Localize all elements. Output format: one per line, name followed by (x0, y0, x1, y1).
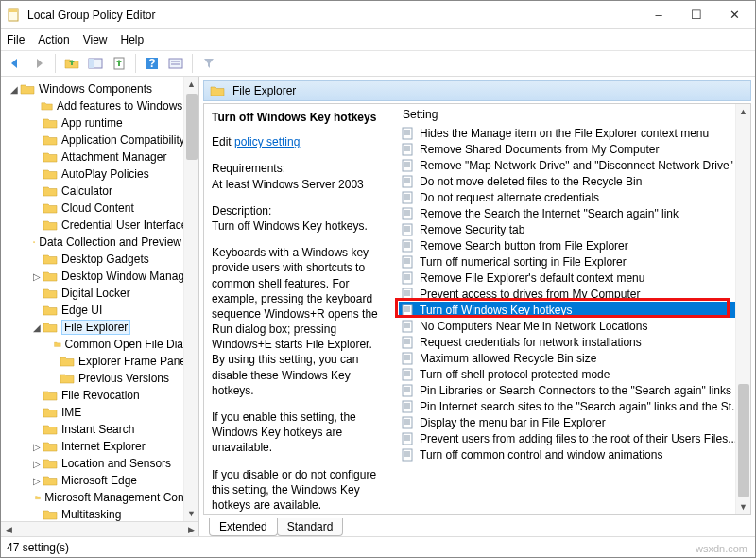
column-header-setting[interactable]: Setting (395, 104, 750, 123)
menu-bar: File Action View Help (1, 29, 755, 50)
tree-item[interactable]: Instant Search (5, 421, 198, 438)
folder-icon (210, 84, 225, 97)
expand-icon[interactable]: ◢ (31, 323, 43, 333)
scroll-thumb[interactable] (738, 384, 749, 497)
expand-icon[interactable]: ▷ (31, 442, 43, 452)
tab-standard[interactable]: Standard (277, 518, 344, 536)
forward-button[interactable] (28, 53, 49, 74)
tree-horizontal-scrollbar[interactable]: ◀ ▶ (1, 521, 198, 536)
setting-row[interactable]: Pin Libraries or Search Connectors to th… (399, 382, 747, 398)
setting-row[interactable]: Remove Security tab (399, 221, 747, 237)
tree-item[interactable]: ▷Microsoft Edge (5, 472, 198, 489)
tree-item-label: Application Compatibility (61, 133, 185, 147)
tree-item[interactable]: File Revocation (5, 387, 198, 404)
folder-up-button[interactable] (61, 53, 82, 74)
setting-row[interactable]: Remove Shared Documents from My Computer (399, 141, 747, 157)
tree-item[interactable]: Explorer Frame Pane (5, 353, 198, 370)
expand-icon[interactable]: ◢ (9, 84, 20, 95)
menu-view[interactable]: View (83, 33, 108, 46)
setting-row[interactable]: Request credentials for network installa… (399, 334, 747, 350)
nav-tree[interactable]: ◢Windows ComponentsAdd features to Windo… (1, 80, 198, 521)
back-button[interactable] (5, 53, 26, 74)
tree-item[interactable]: Edge UI (5, 302, 198, 319)
tree-item[interactable]: AutoPlay Policies (5, 166, 198, 183)
setting-row[interactable]: Pin Internet search sites to the "Search… (399, 398, 747, 414)
setting-label: Hides the Manage item on the File Explor… (420, 127, 709, 140)
tree-item[interactable]: ▷Location and Sensors (5, 455, 198, 472)
setting-label: Remove Shared Documents from My Computer (420, 143, 659, 156)
tab-extended[interactable]: Extended (209, 518, 278, 536)
tree-item[interactable]: ◢File Explorer (5, 319, 198, 336)
tree-item[interactable]: Common Open File Dialog (5, 336, 198, 353)
tree-item[interactable]: Microsoft Management Consol (5, 489, 198, 506)
maximize-button[interactable]: ☐ (678, 2, 715, 28)
menu-help[interactable]: Help (121, 33, 145, 46)
setting-row[interactable]: Turn off shell protocol protected mode (399, 366, 747, 382)
setting-row[interactable]: Turn off common control and window anima… (399, 446, 747, 462)
scroll-down-icon[interactable]: ▼ (184, 506, 198, 521)
setting-row[interactable]: Remove File Explorer's default context m… (399, 270, 747, 286)
setting-label: Turn off Windows Key hotkeys (420, 304, 572, 317)
setting-label: Maximum allowed Recycle Bin size (420, 352, 596, 365)
setting-row[interactable]: Remove Search button from File Explorer (399, 237, 747, 253)
tree-item[interactable]: Credential User Interface (5, 217, 198, 234)
setting-row[interactable]: Maximum allowed Recycle Bin size (399, 350, 747, 366)
title-bar: Local Group Policy Editor – ☐ ✕ (1, 1, 755, 29)
settings-list[interactable]: Hides the Manage item on the File Explor… (395, 123, 750, 464)
scroll-thumb[interactable] (186, 94, 198, 160)
setting-row[interactable]: No Computers Near Me in Network Location… (399, 318, 747, 334)
policy-setting-link[interactable]: policy setting (234, 135, 300, 148)
setting-row[interactable]: Prevent users from adding files to the r… (399, 430, 747, 446)
setting-row[interactable]: Prevent access to drives from My Compute… (399, 286, 747, 302)
properties-button[interactable] (165, 53, 186, 74)
tree-item[interactable]: Desktop Gadgets (5, 251, 198, 268)
toolbar-separator (55, 54, 56, 73)
expand-icon[interactable]: ▷ (31, 459, 43, 469)
scroll-up-icon[interactable]: ▲ (184, 77, 198, 92)
expand-icon[interactable]: ▷ (31, 271, 43, 282)
menu-file[interactable]: File (7, 33, 25, 46)
tree-item[interactable]: Previous Versions (5, 370, 198, 387)
help-button[interactable]: ? (142, 53, 163, 74)
setting-row[interactable]: Turn off Windows Key hotkeys (399, 302, 747, 318)
setting-row[interactable]: Remove the Search the Internet "Search a… (399, 205, 747, 221)
minimize-button[interactable]: – (640, 2, 678, 28)
setting-row[interactable]: Remove "Map Network Drive" and "Disconne… (399, 157, 747, 173)
policy-icon (401, 400, 416, 413)
setting-row[interactable]: Display the menu bar in File Explorer (399, 414, 747, 430)
setting-row[interactable]: Hides the Manage item on the File Explor… (399, 125, 747, 141)
tree-item[interactable]: Attachment Manager (5, 148, 198, 166)
tree-item[interactable]: Cloud Content (5, 200, 198, 217)
show-hide-tree-button[interactable] (85, 53, 106, 74)
export-button[interactable] (109, 53, 129, 74)
setting-row[interactable]: Do not move deleted files to the Recycle… (399, 173, 747, 189)
watermark: wsxdn.com (696, 543, 747, 554)
policy-icon (401, 239, 416, 253)
filter-button[interactable] (198, 53, 219, 74)
scroll-left-icon[interactable]: ◀ (1, 523, 16, 536)
tree-item[interactable]: Add features to Windows 10 (5, 97, 198, 114)
close-button[interactable]: ✕ (715, 2, 753, 28)
tree-item[interactable]: Application Compatibility (5, 131, 198, 148)
status-bar: 47 setting(s) (1, 536, 755, 557)
setting-label: Remove Security tab (420, 223, 524, 236)
scroll-down-icon[interactable]: ▼ (736, 499, 750, 514)
menu-action[interactable]: Action (38, 33, 69, 46)
tree-item[interactable]: Data Collection and Preview Bu (5, 234, 198, 251)
setting-row[interactable]: Turn off numerical sorting in File Explo… (399, 253, 747, 270)
tree-item[interactable]: IME (5, 404, 198, 421)
scroll-up-icon[interactable]: ▲ (736, 104, 750, 119)
settings-vertical-scrollbar[interactable]: ▲ ▼ (735, 104, 750, 514)
tree-item[interactable]: Multitasking (5, 506, 198, 521)
tree-item[interactable]: ▷Desktop Window Manager (5, 268, 198, 285)
tree-item[interactable]: App runtime (5, 114, 198, 131)
expand-icon[interactable]: ▷ (31, 476, 43, 486)
tree-item[interactable]: ▷Internet Explorer (5, 438, 198, 455)
scroll-right-icon[interactable]: ▶ (183, 523, 198, 536)
tree-item[interactable]: Calculator (5, 183, 198, 200)
description-para-3: If you disable or do not configure this … (212, 467, 387, 514)
tree-item[interactable]: Digital Locker (5, 285, 198, 302)
tree-vertical-scrollbar[interactable]: ▲ ▼ (183, 77, 198, 521)
tree-item[interactable]: ◢Windows Components (5, 80, 198, 97)
setting-row[interactable]: Do not request alternate credentials (399, 189, 747, 205)
